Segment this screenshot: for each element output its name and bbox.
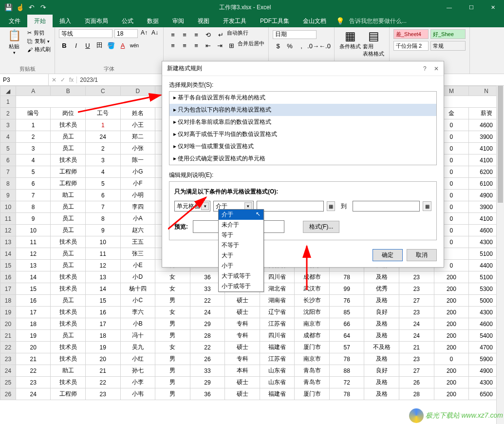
- cell[interactable]: 0: [434, 353, 469, 365]
- cell[interactable]: 19: [16, 330, 51, 342]
- cell[interactable]: 10: [16, 225, 51, 236]
- col-header[interactable]: B: [51, 86, 86, 96]
- cell[interactable]: 员工: [51, 143, 86, 154]
- cell[interactable]: 小张: [120, 143, 155, 154]
- cell[interactable]: 小C: [120, 295, 155, 307]
- cell[interactable]: 16: [16, 295, 51, 307]
- cell[interactable]: 技术员: [51, 119, 86, 131]
- cell[interactable]: 200: [434, 377, 469, 388]
- cell[interactable]: 冯十: [120, 330, 155, 342]
- cell[interactable]: 13: [85, 271, 120, 283]
- row-header[interactable]: 20: [0, 318, 16, 330]
- row-header[interactable]: 19: [0, 307, 16, 318]
- cell[interactable]: 技术员: [51, 377, 86, 388]
- value-to-input[interactable]: [353, 201, 420, 212]
- range-picker-icon[interactable]: ▦: [423, 201, 431, 211]
- tab-file[interactable]: 文件: [2, 15, 27, 27]
- cell[interactable]: 技术员: [51, 318, 86, 330]
- row-header[interactable]: 1: [0, 96, 16, 108]
- tab-pdf[interactable]: PDF工具集: [253, 15, 296, 27]
- cell[interactable]: 23: [399, 307, 434, 318]
- cell[interactable]: 17: [16, 307, 51, 318]
- cell[interactable]: 21: [85, 365, 120, 377]
- cell[interactable]: 小韦: [120, 388, 155, 400]
- redo-icon[interactable]: ↷: [38, 2, 49, 13]
- cell[interactable]: 及格: [364, 330, 399, 342]
- cell[interactable]: 硕士: [225, 388, 260, 400]
- cell[interactable]: 四川省: [260, 330, 295, 342]
- fx-icon[interactable]: fx: [69, 77, 74, 83]
- cell[interactable]: 李四: [120, 201, 155, 213]
- cell[interactable]: 女: [155, 283, 190, 295]
- cell[interactable]: 23: [399, 353, 434, 365]
- cell[interactable]: 湖南省: [260, 295, 295, 307]
- cell[interactable]: 员工: [51, 225, 86, 236]
- cancel-button[interactable]: 取消: [407, 249, 437, 261]
- cell[interactable]: 硕士: [225, 295, 260, 307]
- row-header[interactable]: 8: [0, 178, 16, 190]
- cell[interactable]: 员工: [51, 248, 86, 260]
- cell[interactable]: 南京市: [295, 353, 330, 365]
- cell[interactable]: 15: [85, 295, 120, 307]
- rule-item[interactable]: ▸ 仅对排名靠前或靠后的数值设置格式: [169, 116, 436, 128]
- cell[interactable]: 本科: [225, 365, 260, 377]
- cell[interactable]: 杨十四: [120, 283, 155, 295]
- cell[interactable]: 岗位: [51, 108, 86, 119]
- row-header[interactable]: 11: [0, 213, 16, 225]
- cell[interactable]: 姓名: [120, 108, 155, 119]
- cell[interactable]: 18: [85, 330, 120, 342]
- cell[interactable]: 女: [155, 271, 190, 283]
- undo-icon[interactable]: ↶: [26, 2, 37, 13]
- dropdown-option[interactable]: 小于或等于: [219, 281, 263, 291]
- tab-formula[interactable]: 公式: [115, 15, 140, 27]
- cell[interactable]: 工程师: [51, 388, 86, 400]
- cell[interactable]: 助工: [51, 190, 86, 201]
- merge-button[interactable]: ⊞: [226, 40, 237, 51]
- range-picker-icon[interactable]: ▦: [327, 201, 336, 211]
- cell[interactable]: 9: [85, 225, 120, 236]
- inc-decimal-button[interactable]: .0→: [308, 41, 318, 52]
- cell[interactable]: 郑二: [120, 131, 155, 143]
- cell[interactable]: 小李: [120, 377, 155, 388]
- cell[interactable]: 小F: [120, 178, 155, 190]
- cell[interactable]: 成都市: [295, 330, 330, 342]
- ok-button[interactable]: 确定: [373, 249, 403, 261]
- cell[interactable]: 9: [16, 213, 51, 225]
- name-box[interactable]: P3: [0, 74, 49, 86]
- row-header[interactable]: 25: [0, 377, 16, 388]
- font-size-select[interactable]: [114, 29, 138, 38]
- cell[interactable]: 200: [434, 388, 469, 400]
- bold-button[interactable]: B: [59, 40, 70, 51]
- cell[interactable]: 及格: [364, 377, 399, 388]
- cell[interactable]: 72: [329, 377, 364, 388]
- align-right-button[interactable]: ≡: [191, 40, 202, 51]
- tab-jinshan[interactable]: 金山文档: [296, 15, 333, 27]
- col-header[interactable]: D: [120, 86, 155, 96]
- cell[interactable]: 200: [434, 295, 469, 307]
- cell[interactable]: 19: [85, 342, 120, 353]
- tab-home[interactable]: 开始: [27, 15, 53, 27]
- cell[interactable]: 22: [190, 342, 225, 353]
- cell[interactable]: 及格: [364, 271, 399, 283]
- cell[interactable]: 12: [16, 248, 51, 260]
- cell[interactable]: 江苏省: [260, 318, 295, 330]
- cell[interactable]: 27: [399, 365, 434, 377]
- cell[interactable]: 5: [16, 166, 51, 178]
- cell[interactable]: 小红: [120, 353, 155, 365]
- cell[interactable]: 6: [85, 190, 120, 201]
- cell[interactable]: 员工: [51, 260, 86, 271]
- cell[interactable]: 21: [399, 342, 434, 353]
- cell[interactable]: 技术员: [51, 342, 86, 353]
- cell[interactable]: 小明: [120, 190, 155, 201]
- cell[interactable]: 不及格: [364, 342, 399, 353]
- cell[interactable]: 技术员: [51, 307, 86, 318]
- row-header[interactable]: 22: [0, 342, 16, 353]
- cut-button[interactable]: ✂剪切: [27, 29, 51, 37]
- row-header[interactable]: 12: [0, 225, 16, 236]
- cell[interactable]: 24: [190, 307, 225, 318]
- col-header[interactable]: A: [16, 86, 51, 96]
- cell[interactable]: 64: [329, 330, 364, 342]
- cell[interactable]: 员工: [51, 330, 86, 342]
- dropdown-option[interactable]: 等于: [219, 230, 263, 240]
- cell[interactable]: 女: [155, 342, 190, 353]
